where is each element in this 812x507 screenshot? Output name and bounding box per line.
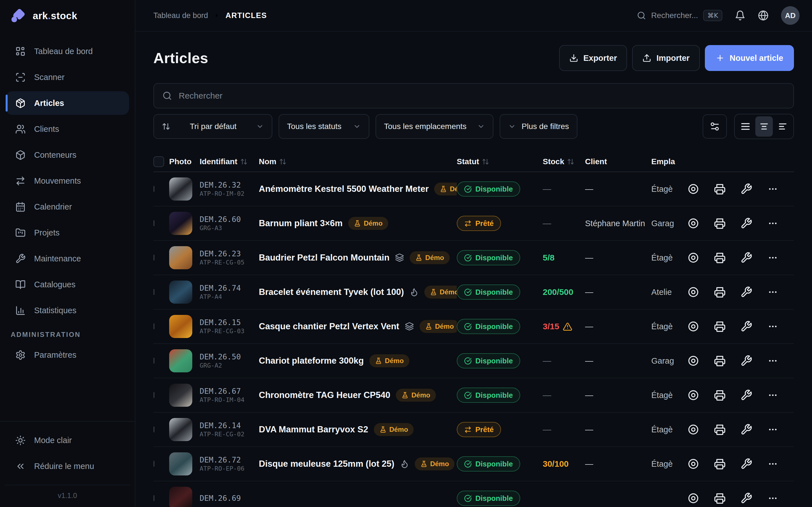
maintenance-icon[interactable] [741, 252, 752, 264]
avatar[interactable]: AD [781, 6, 800, 25]
new-article-button[interactable]: Nouvel article [705, 45, 794, 71]
global-search[interactable]: Rechercher... ⌘K [637, 10, 722, 21]
row-checkbox[interactable] [153, 461, 154, 467]
maintenance-icon[interactable] [741, 321, 752, 332]
sidebar-item-users[interactable]: Clients [6, 117, 129, 141]
column-settings-button[interactable] [703, 114, 727, 138]
more-actions-icon[interactable] [767, 458, 779, 470]
table-row[interactable]: DEM.26.32ATP-RO-IM-02 Anémomètre Kestrel… [153, 172, 794, 207]
print-icon[interactable] [714, 183, 726, 195]
row-checkbox[interactable] [153, 427, 154, 432]
row-checkbox[interactable] [153, 186, 154, 192]
article-name[interactable]: Bracelet événement Tyvek (lot 100) [259, 287, 404, 297]
article-name[interactable]: Disque meuleuse 125mm (lot 25) [259, 459, 395, 469]
table-row[interactable]: DEM.26.72ATP-RO-EP-06 Disque meuleuse 12… [153, 447, 794, 482]
more-actions-icon[interactable] [767, 217, 779, 229]
row-checkbox[interactable] [153, 255, 154, 261]
sidebar-item-settings[interactable]: Paramètres [6, 343, 129, 367]
maintenance-icon[interactable] [741, 286, 752, 298]
more-actions-icon[interactable] [767, 252, 779, 264]
density-comfortable-button[interactable] [737, 116, 754, 136]
more-actions-icon[interactable] [767, 389, 779, 401]
sidebar-item-collapse[interactable]: Réduire le menu [6, 454, 129, 478]
table-row[interactable]: DEM.26.60GRG-A3 Barnum pliant 3×6m Démo … [153, 207, 794, 241]
table-row[interactable]: DEM.26.50GRG-A2 Chariot plateforme 300kg… [153, 344, 794, 378]
print-icon[interactable] [714, 321, 726, 332]
articles-search[interactable] [153, 83, 794, 108]
col-stock[interactable]: Stock [543, 157, 585, 166]
import-button[interactable]: Importer [632, 45, 700, 71]
view-icon[interactable] [688, 389, 699, 401]
sidebar-item-box[interactable]: Conteneurs [6, 143, 129, 167]
maintenance-icon[interactable] [741, 217, 752, 229]
brand[interactable]: ark.stock [0, 0, 135, 32]
sidebar-item-scan[interactable]: Scanner [6, 65, 129, 89]
maintenance-icon[interactable] [741, 458, 752, 470]
view-icon[interactable] [688, 252, 699, 264]
sidebar-item-package[interactable]: Articles [6, 91, 129, 115]
view-icon[interactable] [688, 217, 699, 229]
breadcrumb-root[interactable]: Tableau de bord [153, 11, 208, 20]
col-statut[interactable]: Statut [457, 157, 543, 166]
row-checkbox[interactable] [153, 392, 154, 398]
article-name[interactable]: Barnum pliant 3×6m [259, 218, 343, 228]
export-button[interactable]: Exporter [559, 45, 627, 71]
sidebar-item-folder[interactable]: Projets [6, 221, 129, 244]
sidebar-item-calendar[interactable]: Calendrier [6, 195, 129, 219]
row-checkbox[interactable] [153, 323, 154, 329]
article-name[interactable]: Chronomètre TAG Heuer CP540 [259, 390, 390, 400]
select-all-checkbox[interactable] [153, 156, 164, 167]
location-filter-dropdown[interactable]: Tous les emplacements [375, 114, 493, 139]
more-filters-button[interactable]: Plus de filtres [500, 114, 577, 139]
row-checkbox[interactable] [153, 358, 154, 363]
table-row[interactable]: DEM.26.15ATP-RE-CG-03 Casque chantier Pe… [153, 309, 794, 344]
print-icon[interactable] [714, 389, 726, 401]
print-icon[interactable] [714, 217, 726, 229]
sidebar-item-wrench[interactable]: Maintenance [6, 247, 129, 270]
more-actions-icon[interactable] [767, 424, 779, 436]
sidebar-item-book[interactable]: Catalogues [6, 273, 129, 296]
maintenance-icon[interactable] [741, 355, 752, 367]
print-icon[interactable] [714, 252, 726, 264]
sidebar-item-dashboard[interactable]: Tableau de bord [6, 40, 129, 63]
table-row[interactable]: DEM.26.74ATP-A4 Bracelet événement Tyvek… [153, 275, 794, 309]
status-filter-dropdown[interactable]: Tous les statuts [278, 114, 369, 139]
view-icon[interactable] [688, 321, 699, 332]
more-actions-icon[interactable] [767, 355, 779, 367]
col-nom[interactable]: Nom [259, 157, 457, 166]
view-icon[interactable] [688, 355, 699, 367]
globe-icon[interactable] [758, 10, 769, 21]
view-icon[interactable] [688, 492, 699, 504]
sort-dropdown[interactable]: Tri par défaut [153, 114, 272, 139]
print-icon[interactable] [714, 424, 726, 436]
view-icon[interactable] [688, 458, 699, 470]
density-compact-button[interactable] [774, 116, 792, 136]
print-icon[interactable] [714, 492, 726, 504]
print-icon[interactable] [714, 458, 726, 470]
article-name[interactable]: Baudrier Petzl Falcon Mountain [259, 252, 389, 263]
row-checkbox[interactable] [153, 495, 154, 501]
table-row[interactable]: DEM.26.23ATP-RE-CG-05 Baudrier Petzl Fal… [153, 241, 794, 275]
view-icon[interactable] [688, 424, 699, 436]
print-icon[interactable] [714, 355, 726, 367]
table-row[interactable]: DEM.26.69 Disponible [153, 482, 794, 507]
table-row[interactable]: DEM.26.67ATP-RO-IM-04 Chronomètre TAG He… [153, 378, 794, 413]
maintenance-icon[interactable] [741, 492, 752, 504]
density-standard-button[interactable] [755, 116, 773, 136]
article-name[interactable]: DVA Mammut Barryvox S2 [259, 425, 368, 435]
more-actions-icon[interactable] [767, 492, 779, 504]
sidebar-item-sun[interactable]: Mode clair [6, 429, 129, 452]
article-name[interactable]: Chariot plateforme 300kg [259, 356, 364, 366]
view-icon[interactable] [688, 183, 699, 195]
more-actions-icon[interactable] [767, 286, 779, 298]
articles-search-input[interactable] [178, 91, 785, 101]
bell-icon[interactable] [735, 10, 746, 21]
col-identifiant[interactable]: Identifiant [200, 157, 259, 166]
print-icon[interactable] [714, 286, 726, 298]
row-checkbox[interactable] [153, 220, 154, 226]
maintenance-icon[interactable] [741, 424, 752, 436]
view-icon[interactable] [688, 286, 699, 298]
table-row[interactable]: DEM.26.14ATP-RE-CG-02 DVA Mammut Barryvo… [153, 413, 794, 447]
article-name[interactable]: Anémomètre Kestrel 5500 Weather Meter [259, 184, 428, 194]
maintenance-icon[interactable] [741, 183, 752, 195]
